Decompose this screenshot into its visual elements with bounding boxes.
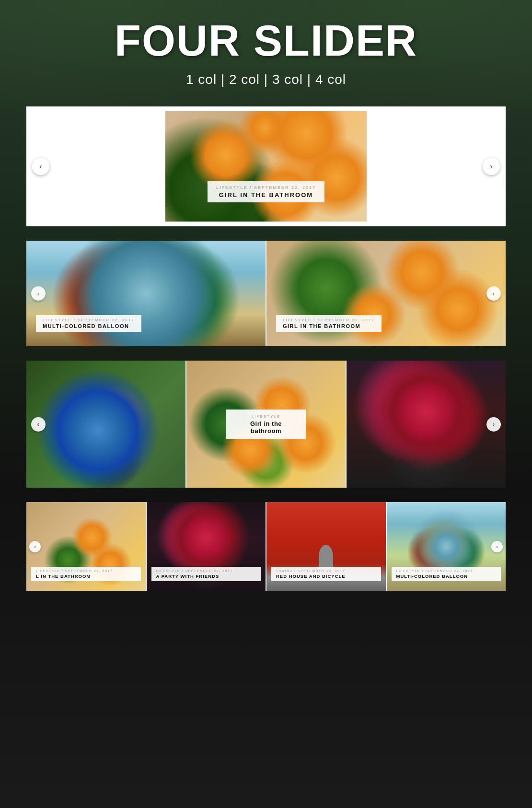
slider2-col2-title: GIRL IN THE BATHROOM [283, 323, 375, 329]
slider3-col1 [26, 361, 185, 488]
slider3-col2: LIFESTYLE Girl in the bathroom [186, 361, 346, 488]
slider4-col3-caption: TRAINS / SEPTEMBER 22, 2017 RED HOUSE AN… [271, 567, 381, 581]
slider2col2-next-button[interactable]: › [486, 286, 501, 301]
slider2-col1-title: MULTI-COLORED BALLOON [43, 323, 135, 329]
slider4-col1-title: L IN THE BATHROOM [36, 574, 136, 579]
slider3-title: Girl in the bathroom [237, 420, 295, 434]
slider4-col1-category: LIFESTYLE / SEPTEMBER 22, 2017 [36, 569, 136, 573]
smoke-image [347, 361, 506, 488]
slider-1col: ‹ LIFESTYLE / SEPTEMBER 22, 2017 GIRL IN… [26, 106, 506, 226]
slider4-prev-button[interactable]: ‹ [29, 541, 41, 552]
slider-2col: ‹ LIFESTYLE / SEPTEMBER 22, 2017 MULTI-C… [26, 241, 506, 346]
slider2-col1-caption: LIFESTYLE / SEPTEMBER 22, 2017 MULTI-COL… [36, 315, 141, 332]
slider4-col1-caption: LIFESTYLE / SEPTEMBER 22, 2017 L IN THE … [31, 567, 141, 581]
slider3-col3 [347, 361, 506, 488]
slider2-col1: ‹ LIFESTYLE / SEPTEMBER 22, 2017 MULTI-C… [26, 241, 266, 346]
slider-4col: ‹ LIFESTYLE / SEPTEMBER 22, 2017 L IN TH… [26, 502, 506, 591]
slider4-col3: TRAINS / SEPTEMBER 22, 2017 RED HOUSE AN… [266, 502, 386, 591]
page-subtitle: 1 col | 2 col | 3 col | 4 col [26, 72, 506, 87]
slider4-col1: ‹ LIFESTYLE / SEPTEMBER 22, 2017 L IN TH… [26, 502, 146, 591]
slider4-col2-title: A PARTY WITH FRIENDS [156, 574, 256, 579]
slider4-col4-caption: LIFESTYLE / SEPTEMBER 22, 2017 MULTI-COL… [392, 567, 501, 581]
slider4-col4: › LIFESTYLE / SEPTEMBER 22, 2017 MULTI-C… [387, 502, 506, 591]
slider3-center-caption: LIFESTYLE Girl in the bathroom [226, 410, 306, 439]
slider4-col2-category: LIFESTYLE / SEPTEMBER 22, 2017 [156, 569, 256, 573]
slider4-next-button[interactable]: › [491, 541, 503, 552]
slider1-title: GIRL IN THE BATHROOM [216, 191, 316, 199]
slider1-category: LIFESTYLE / SEPTEMBER 22, 2017 [216, 185, 316, 190]
slider3-category: LIFESTYLE [237, 414, 295, 419]
slider2-col1-category: LIFESTYLE / SEPTEMBER 22, 2017 [43, 318, 135, 322]
slider1-next-button[interactable]: › [483, 158, 500, 175]
parrot-image [26, 361, 185, 488]
bathroom-image [165, 111, 367, 222]
slider3-next-button[interactable]: › [486, 417, 501, 432]
slider4-col4-title: MULTI-COLORED BALLOON [396, 574, 497, 579]
slider2-col2-caption: LIFESTYLE / SEPTEMBER 22, 2017 GIRL IN T… [276, 315, 382, 332]
slider4-col2: LIFESTYLE / SEPTEMBER 22, 2017 A PARTY W… [147, 502, 266, 591]
slider-3col: ‹ LIFESTYLE Girl in the bathroom › [26, 361, 506, 488]
slider4-col3-category: TRAINS / SEPTEMBER 22, 2017 [276, 569, 376, 573]
slider4-col2-caption: LIFESTYLE / SEPTEMBER 22, 2017 A PARTY W… [151, 567, 261, 581]
slider2-col2-category: LIFESTYLE / SEPTEMBER 22, 2017 [283, 318, 375, 322]
slider2col1-prev-button[interactable]: ‹ [31, 286, 46, 301]
slider3-prev-button[interactable]: ‹ [31, 417, 46, 432]
slider1-prev-button[interactable]: ‹ [32, 158, 49, 175]
slider4-col4-category: LIFESTYLE / SEPTEMBER 22, 2017 [396, 569, 497, 573]
slider2-col2: › LIFESTYLE / SEPTEMBER 22, 2017 GIRL IN… [266, 241, 506, 346]
slider4-col3-title: RED HOUSE AND BICYCLE [276, 574, 376, 579]
page-title: FOUR SLIDER [26, 19, 506, 62]
slider1-caption: LIFESTYLE / SEPTEMBER 22, 2017 GIRL IN T… [208, 181, 324, 202]
slider1-image: LIFESTYLE / SEPTEMBER 22, 2017 GIRL IN T… [165, 111, 367, 222]
